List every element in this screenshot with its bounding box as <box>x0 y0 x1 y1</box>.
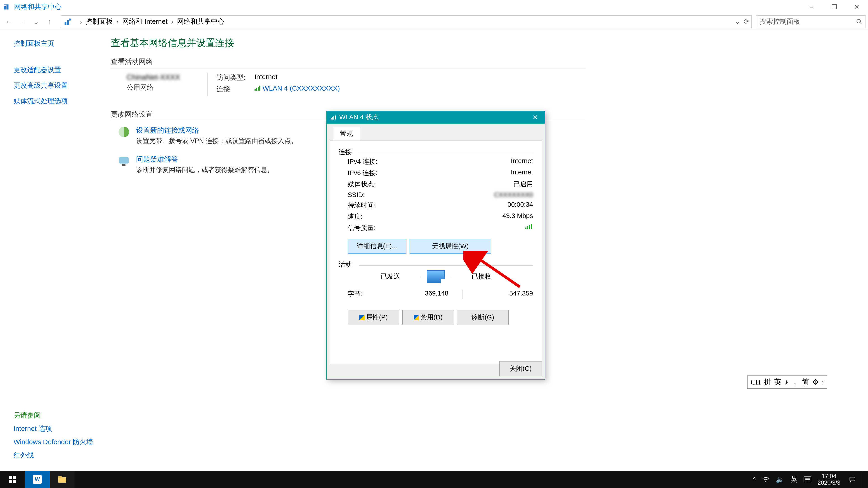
sidebar-item-media-streaming[interactable]: 媒体流式处理选项 <box>13 96 97 106</box>
back-button[interactable]: ← <box>2 15 16 29</box>
see-also-defender-firewall[interactable]: Windows Defender 防火墙 <box>13 437 97 447</box>
svg-rect-14 <box>525 228 526 229</box>
ime-item[interactable]: 拼 <box>764 377 771 387</box>
refresh-icon[interactable]: ⟳ <box>743 18 749 26</box>
start-button[interactable] <box>0 471 25 488</box>
recent-locations-dropdown[interactable]: ⌄ <box>29 15 43 29</box>
svg-point-4 <box>69 18 71 21</box>
svg-rect-16 <box>529 225 530 229</box>
svg-rect-21 <box>9 480 12 483</box>
troubleshoot-link[interactable]: 问题疑难解答 <box>136 155 178 163</box>
dialog-close-button[interactable]: ✕ <box>530 113 541 121</box>
ime-item[interactable]: ♪ <box>784 378 788 386</box>
wireless-properties-button[interactable]: 无线属性(W) <box>410 239 491 254</box>
details-button[interactable]: 详细信息(E)... <box>348 239 406 254</box>
svg-text:W: W <box>35 477 40 482</box>
sidebar-item-advanced-sharing[interactable]: 更改高级共享设置 <box>13 81 97 90</box>
toolbar: ← → ⌄ ↑ › 控制面板 › 网络和 Internet › 网络和共享中心 … <box>0 13 868 30</box>
svg-point-27 <box>765 482 766 482</box>
setup-new-connection-link[interactable]: 设置新的连接或网络 <box>136 126 199 134</box>
see-also-internet-options[interactable]: Internet 选项 <box>13 424 97 433</box>
notification-icon[interactable] <box>849 476 856 483</box>
ipv4-value: Internet <box>511 157 533 166</box>
bytes-label: 字节: <box>348 290 392 299</box>
sidebar: 控制面板主页 更改适配器设置 更改高级共享设置 媒体流式处理选项 另请参阅 In… <box>0 30 97 471</box>
svg-rect-8 <box>119 157 129 164</box>
close-dialog-button[interactable]: 关闭(C) <box>499 361 542 376</box>
taskbar-app-wps[interactable]: W <box>25 471 50 488</box>
dialog-title: WLAN 4 状态 <box>339 113 379 122</box>
taskbar-app-explorer[interactable] <box>50 471 74 488</box>
ime-item[interactable]: 简 <box>802 377 809 387</box>
svg-rect-26 <box>58 476 62 479</box>
maximize-button[interactable]: ❐ <box>823 0 845 13</box>
svg-rect-11 <box>332 117 333 120</box>
show-desktop-button[interactable] <box>862 471 866 488</box>
svg-rect-2 <box>65 22 66 25</box>
taskbar-clock[interactable]: 17:04 2020/3/3 <box>817 473 840 486</box>
ime-item[interactable]: 英 <box>774 377 781 387</box>
ime-item[interactable]: CH <box>751 378 761 386</box>
breadcrumb-network-internet[interactable]: 网络和 Internet <box>122 17 167 26</box>
breadcrumb-control-panel[interactable]: 控制面板 <box>86 17 113 26</box>
svg-rect-12 <box>333 116 334 120</box>
setup-new-connection-desc: 设置宽带、拨号或 VPN 连接；或设置路由器或接入点。 <box>136 136 298 145</box>
wifi-signal-icon <box>254 86 261 91</box>
tray-keyboard-icon[interactable] <box>804 477 811 482</box>
svg-rect-0 <box>4 6 6 9</box>
clock-date: 2020/3/3 <box>817 480 840 486</box>
address-dropdown-icon[interactable]: ⌄ <box>735 18 740 26</box>
dialog-titlebar[interactable]: WLAN 4 状态 ✕ <box>327 111 545 124</box>
ime-item[interactable]: ， <box>792 377 799 387</box>
access-type-value: Internet <box>254 73 278 82</box>
ime-gear-icon[interactable]: ⚙ <box>812 378 819 386</box>
ssid-label: SSID: <box>348 191 415 199</box>
active-networks-label: 查看活动网络 <box>111 57 585 68</box>
diagnose-button[interactable]: 诊断(G) <box>457 310 508 325</box>
tray-overflow-icon[interactable]: ^ <box>753 476 756 483</box>
shield-icon <box>414 315 419 320</box>
svg-rect-10 <box>331 118 332 120</box>
connection-label: 连接: <box>217 85 248 94</box>
taskbar: W ^ 🔉 英 17:04 2020/3/3 <box>0 471 868 488</box>
svg-rect-20 <box>13 476 16 479</box>
tray-ime-icon[interactable]: 英 <box>790 475 797 484</box>
ipv4-label: IPv4 连接: <box>348 157 415 166</box>
close-button[interactable]: ✕ <box>845 0 868 13</box>
svg-rect-15 <box>527 226 528 229</box>
speed-label: 速度: <box>348 212 415 221</box>
properties-button[interactable]: 属性(P) <box>348 310 399 325</box>
activity-monitor-icon <box>427 270 445 283</box>
address-bar[interactable]: › 控制面板 › 网络和 Internet › 网络和共享中心 ⌄ ⟳ <box>61 15 752 28</box>
svg-rect-19 <box>9 476 12 479</box>
connection-group-label: 连接 <box>339 148 533 157</box>
tab-general[interactable]: 常规 <box>333 127 360 140</box>
tray-volume-icon[interactable]: 🔉 <box>776 476 784 484</box>
connection-link[interactable]: WLAN 4 (CXXXXXXXXX) <box>263 85 340 92</box>
bytes-recv-value: 547,359 <box>476 290 533 299</box>
breadcrumb-network-sharing[interactable]: 网络和共享中心 <box>177 17 224 26</box>
network-type: 公用网络 <box>127 83 180 92</box>
sidebar-home[interactable]: 控制面板主页 <box>13 39 97 48</box>
ime-item[interactable]: : <box>822 378 824 386</box>
speed-value: 43.3 Mbps <box>502 212 533 221</box>
ipv6-label: IPv6 连接: <box>348 168 415 177</box>
wlan-status-dialog: WLAN 4 状态 ✕ 常规 连接 IPv4 连接:Internet IPv6 … <box>327 111 545 380</box>
minimize-button[interactable]: – <box>800 0 823 13</box>
see-also-infrared[interactable]: 红外线 <box>13 451 97 460</box>
chevron-right-icon: › <box>171 18 174 26</box>
sidebar-item-adapter-settings[interactable]: 更改适配器设置 <box>13 65 97 74</box>
up-button[interactable]: ↑ <box>43 15 57 29</box>
clock-time: 17:04 <box>817 473 840 480</box>
svg-rect-9 <box>122 164 125 166</box>
tray-wifi-icon[interactable] <box>762 477 770 482</box>
activity-group-label: 活动 <box>339 260 533 269</box>
search-input[interactable]: 搜索控制面板 <box>756 15 866 28</box>
ime-toolbar[interactable]: CH 拼 英 ♪ ， 简 ⚙ : <box>747 376 827 389</box>
media-state-value: 已启用 <box>513 180 533 189</box>
troubleshoot-icon <box>118 155 130 167</box>
bytes-sent-value: 369,148 <box>392 290 448 299</box>
forward-button[interactable]: → <box>16 15 29 29</box>
disable-button[interactable]: 禁用(D) <box>402 310 454 325</box>
svg-rect-17 <box>531 224 532 229</box>
